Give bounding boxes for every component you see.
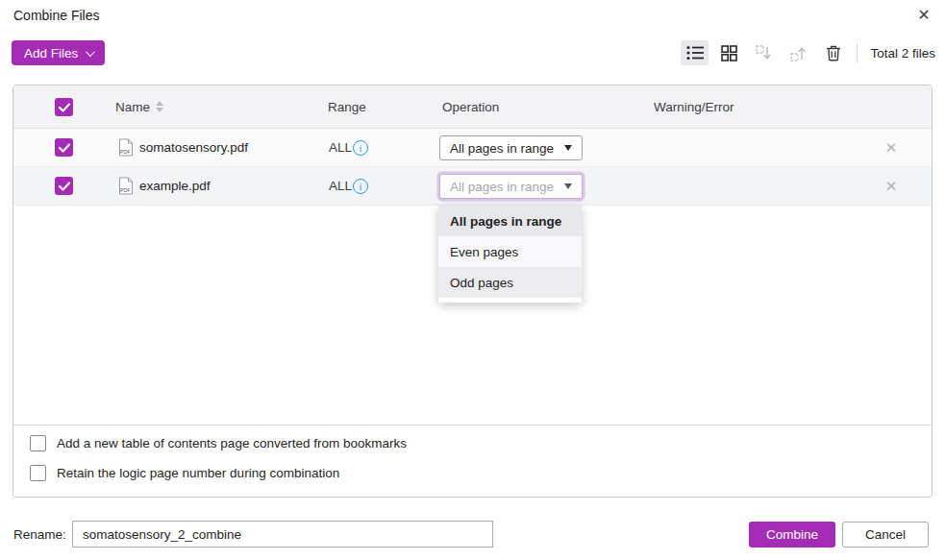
- toc-checkbox-label: Add a new table of contents page convert…: [57, 436, 407, 450]
- logic-page-checkbox[interactable]: [30, 465, 46, 481]
- remove-file-icon[interactable]: ✕: [877, 167, 906, 205]
- sort-icon[interactable]: [156, 101, 163, 112]
- svg-text:PDF: PDF: [120, 187, 130, 193]
- table-row[interactable]: PDF example.pdf ALL i All pages in range…: [13, 167, 932, 206]
- info-icon[interactable]: i: [353, 179, 368, 194]
- row-checkbox[interactable]: [55, 177, 73, 195]
- chevron-down-icon: [86, 47, 95, 57]
- move-up-button: [784, 40, 812, 65]
- move-up-icon: [790, 45, 807, 61]
- move-down-icon: [756, 45, 772, 61]
- range-value: ALL: [329, 167, 352, 205]
- svg-text:PDF: PDF: [120, 149, 130, 155]
- close-icon[interactable]: ✕: [910, 2, 937, 27]
- header-name[interactable]: Name: [115, 85, 163, 128]
- menu-item-even-pages[interactable]: Even pages: [438, 236, 582, 267]
- rename-label: Rename:: [13, 527, 66, 542]
- operation-select-value: All pages in range: [450, 180, 557, 194]
- delete-button[interactable]: [819, 40, 847, 65]
- menu-item-all-pages[interactable]: All pages in range: [438, 206, 582, 236]
- info-icon[interactable]: i: [353, 140, 368, 156]
- table-row[interactable]: PDF somatosensory.pdf ALL i All pages in…: [13, 129, 932, 167]
- options-divider: [13, 425, 932, 426]
- rename-input[interactable]: [72, 521, 493, 548]
- file-name: somatosensory.pdf: [139, 129, 248, 166]
- total-files-label: Total 2 files: [870, 46, 935, 61]
- check-icon: [59, 182, 70, 191]
- range-value: ALL: [329, 129, 352, 166]
- trash-icon: [826, 45, 841, 61]
- toolbar-separator: [857, 43, 858, 62]
- operation-select-value: All pages in range: [450, 141, 557, 156]
- select-all-checkbox[interactable]: [55, 98, 73, 116]
- operation-select[interactable]: All pages in range: [439, 174, 583, 199]
- add-files-label: Add Files: [24, 46, 78, 61]
- grid-view-button[interactable]: [715, 40, 743, 65]
- header-name-label: Name: [115, 100, 150, 114]
- table-header: Name Range Operation Warning/Error: [13, 85, 932, 129]
- operation-dropdown-menu: All pages in range Even pages Odd pages: [438, 206, 582, 303]
- view-toolbar: Total 2 files: [681, 39, 935, 66]
- file-name: example.pdf: [139, 167, 211, 205]
- menu-item-odd-pages[interactable]: Odd pages: [438, 267, 582, 298]
- logic-page-checkbox-label: Retain the logic page number during comb…: [57, 466, 339, 480]
- option-logic-page[interactable]: Retain the logic page number during comb…: [30, 465, 339, 481]
- header-range: Range: [328, 85, 366, 128]
- dropdown-arrow-icon: [564, 145, 572, 151]
- row-checkbox[interactable]: [55, 138, 73, 157]
- remove-file-icon[interactable]: ✕: [877, 129, 906, 166]
- list-view-button[interactable]: [681, 40, 709, 65]
- check-icon: [59, 103, 70, 112]
- toc-checkbox[interactable]: [30, 435, 46, 451]
- dropdown-arrow-icon: [564, 183, 572, 189]
- header-warning: Warning/Error: [654, 85, 734, 128]
- list-view-icon: [686, 45, 704, 61]
- pdf-file-icon: PDF: [118, 177, 134, 195]
- header-operation: Operation: [442, 85, 499, 128]
- check-icon: [59, 143, 70, 153]
- operation-select[interactable]: All pages in range: [439, 135, 583, 160]
- dialog-title: Combine Files: [13, 8, 99, 23]
- combine-button[interactable]: Combine: [749, 522, 835, 548]
- add-files-button[interactable]: Add Files: [12, 40, 105, 65]
- cancel-button[interactable]: Cancel: [842, 522, 929, 548]
- move-down-button: [750, 40, 778, 65]
- option-toc[interactable]: Add a new table of contents page convert…: [30, 435, 407, 451]
- pdf-file-icon: PDF: [118, 138, 134, 157]
- grid-view-icon: [721, 45, 737, 61]
